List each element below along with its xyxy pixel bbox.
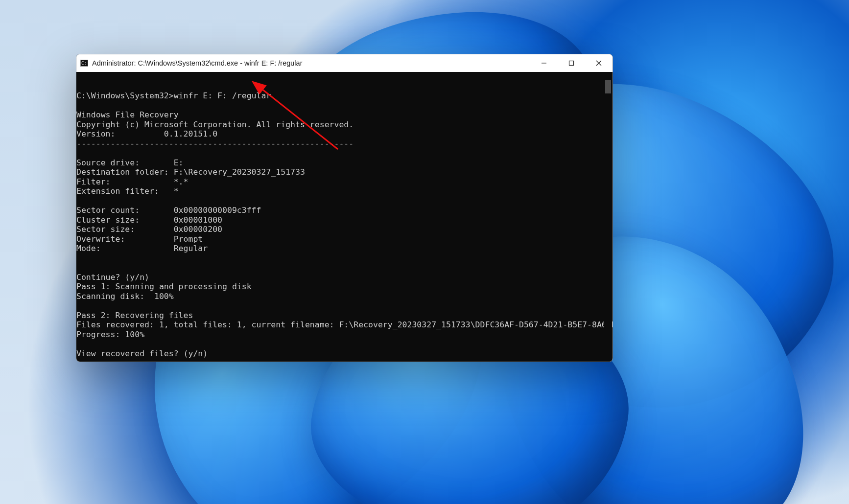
output-line: Cluster size: 0x00001000: [76, 215, 222, 225]
output-line: Destination folder: F:\Recovery_20230327…: [76, 167, 305, 177]
minimize-button[interactable]: [530, 54, 558, 72]
output-line: Scanning disk: 100%: [76, 292, 174, 301]
output-line: View recovered files? (y/n): [76, 349, 208, 358]
terminal-output[interactable]: C:\Windows\System32>winfr E: F: /regular…: [76, 72, 613, 362]
cmd-icon: C:: [80, 59, 88, 67]
window-controls: [530, 54, 613, 72]
output-line: Pass 2: Recovering files: [76, 311, 193, 320]
output-line: Windows File Recovery: [76, 110, 179, 119]
output-line: Filter: *.*: [76, 177, 188, 186]
output-line: Continue? (y/n): [76, 273, 149, 282]
output-line: Version: 0.1.20151.0: [76, 129, 217, 138]
prompt: C:\Windows\System32>: [76, 91, 174, 100]
output-line: Source drive: E:: [76, 158, 184, 167]
cmd-window: C: Administrator: C:\Windows\System32\cm…: [76, 54, 613, 362]
output-line: Progress: 100%: [76, 330, 144, 339]
scrollbar-thumb[interactable]: [605, 80, 611, 93]
close-button[interactable]: [585, 54, 613, 72]
output-line: Files recovered: 1, total files: 1, curr…: [76, 320, 613, 329]
output-line: Sector count: 0x00000000009c3fff: [76, 206, 261, 215]
svg-text:C:: C:: [81, 61, 87, 66]
command-text: winfr E: F: /regular: [174, 91, 271, 100]
output-line: Overwrite: Prompt: [76, 234, 203, 244]
output-line: Copyright (c) Microsoft Corporation. All…: [76, 120, 354, 129]
output-line: Sector size: 0x00000200: [76, 225, 222, 234]
output-line: ----------------------------------------…: [76, 139, 354, 148]
output-line: Extension filter: *: [76, 186, 179, 196]
titlebar[interactable]: C: Administrator: C:\Windows\System32\cm…: [76, 54, 613, 72]
maximize-button[interactable]: [558, 54, 585, 72]
vertical-scrollbar[interactable]: [604, 72, 612, 362]
window-title: Administrator: C:\Windows\System32\cmd.e…: [92, 59, 303, 67]
output-line: Mode: Regular: [76, 244, 208, 253]
svg-rect-3: [569, 61, 574, 66]
output-line: Pass 1: Scanning and processing disk: [76, 282, 252, 291]
